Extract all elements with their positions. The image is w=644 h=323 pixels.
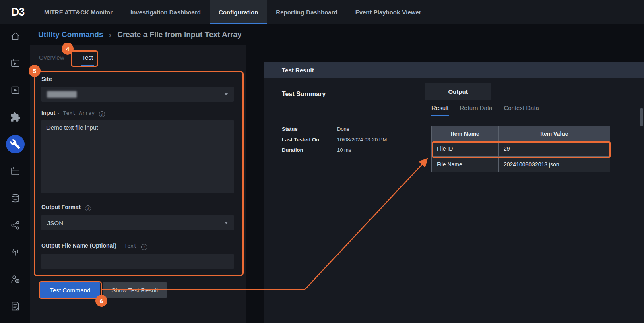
- icon-sidebar: [0, 24, 30, 323]
- calendar-icon: [10, 166, 21, 176]
- sidebar-item-event-playbooks[interactable]: [7, 55, 24, 72]
- summary-row-duration: Duration 10 ms: [282, 147, 387, 153]
- breadcrumb: Utility Commands › Create a File from in…: [30, 24, 644, 45]
- site-field-label: Site: [41, 76, 52, 82]
- wrench-icon: [10, 139, 21, 149]
- table-header-item-name: Item Name: [432, 126, 499, 141]
- summary-value: Done: [337, 126, 349, 132]
- summary-label: Last Tested On: [282, 137, 337, 143]
- summary-label: Status: [282, 126, 337, 132]
- test-result-title: Test Result: [282, 67, 314, 74]
- breadcrumb-separator: ›: [109, 30, 112, 39]
- output-file-name-type-hint: - Text: [118, 243, 137, 249]
- sidebar-item-playbook-viewer[interactable]: [7, 82, 24, 99]
- site-select[interactable]: [41, 87, 234, 102]
- input-field-label-text: Input: [41, 110, 55, 116]
- summary-value: 10/08/2024 03:20 PM: [337, 137, 387, 143]
- user-globe-icon: [10, 274, 21, 284]
- sidebar-item-geo-users[interactable]: [7, 271, 24, 288]
- info-icon[interactable]: [99, 111, 105, 117]
- subtab-return-data[interactable]: Return Data: [460, 104, 493, 116]
- output-subtabs: Result Return Data Context Data: [431, 104, 539, 116]
- home-icon: [10, 31, 21, 41]
- output-file-name-label-text: Output File Name (Optional): [41, 242, 116, 249]
- output-format-select[interactable]: JSON: [41, 215, 234, 230]
- test-summary-heading: Test Summary: [282, 91, 326, 98]
- table-row: 20241008032013.json: [499, 157, 610, 172]
- test-result-panel: Test Result Test Summary Status Done Las…: [264, 62, 644, 323]
- input-field-type-hint: - Text Array: [57, 110, 95, 116]
- share-nodes-icon: [10, 220, 21, 230]
- nav-item-reporting-dashboard[interactable]: Reporting Dashboard: [267, 0, 346, 24]
- file-name-link[interactable]: 20241008032013.json: [504, 161, 559, 168]
- test-summary-rows: Status Done Last Tested On 10/08/2024 03…: [282, 126, 387, 153]
- database-icon: [10, 193, 21, 203]
- sidebar-item-home[interactable]: [7, 28, 24, 45]
- test-command-button[interactable]: Test Command: [40, 282, 100, 298]
- sidebar-item-data-management[interactable]: [7, 190, 24, 207]
- sidebar-item-webhooks[interactable]: [7, 244, 24, 261]
- output-file-name-input[interactable]: [41, 254, 234, 269]
- site-value-redacted: [47, 91, 77, 98]
- tab-overview[interactable]: Overview: [38, 51, 65, 66]
- summary-value: 10 ms: [337, 147, 351, 153]
- summary-label: Duration: [282, 147, 337, 153]
- app-window: D3 MITRE ATT&CK Monitor Investigation Da…: [0, 0, 644, 323]
- sidebar-item-schedules[interactable]: [7, 163, 24, 180]
- table-cell-file-id-name: File ID: [432, 141, 499, 157]
- puzzle-icon: [10, 112, 21, 122]
- video-file-icon: [10, 85, 21, 95]
- input-textarea[interactable]: Demo text file input: [41, 120, 234, 193]
- calendar-play-icon: [10, 58, 21, 68]
- table-cell-file-id-value: 29: [499, 141, 610, 157]
- broadcast-icon: [10, 247, 21, 257]
- command-test-panel: Overview Test Site Input - Text Array De…: [30, 45, 246, 323]
- top-navigation: D3 MITRE ATT&CK Monitor Investigation Da…: [0, 0, 644, 24]
- chevron-down-icon: [224, 93, 228, 95]
- table-cell-file-name-name: File Name: [432, 157, 499, 172]
- show-test-result-button[interactable]: Show Test Result: [103, 282, 167, 298]
- output-file-name-label: Output File Name (Optional) - Text: [41, 242, 147, 250]
- nav-item-investigation-dashboard[interactable]: Investigation Dashboard: [122, 0, 210, 24]
- summary-row-status: Status Done: [282, 126, 387, 132]
- breadcrumb-utility-commands-link[interactable]: Utility Commands: [38, 30, 103, 39]
- nav-item-mitre-attck-monitor[interactable]: MITRE ATT&CK Monitor: [35, 0, 122, 24]
- info-icon[interactable]: [141, 244, 147, 250]
- d3-logo[interactable]: D3: [0, 0, 35, 24]
- input-field-label: Input - Text Array: [41, 110, 105, 117]
- subtab-result[interactable]: Result: [431, 104, 449, 116]
- nav-item-event-playbook-viewer[interactable]: Event Playbook Viewer: [347, 0, 430, 24]
- chevron-down-icon: [224, 222, 228, 224]
- test-result-header: Test Result: [264, 62, 644, 78]
- result-table: Item Name Item Value File ID 29 File Nam…: [431, 126, 610, 172]
- output-format-label-text: Output Format: [41, 204, 80, 210]
- sidebar-item-connections[interactable]: [7, 217, 24, 234]
- output-format-value: JSON: [47, 219, 63, 226]
- sidebar-item-integrations[interactable]: [7, 109, 24, 126]
- info-icon[interactable]: [85, 205, 91, 211]
- table-header-item-value: Item Value: [499, 126, 610, 141]
- tab-output[interactable]: Output: [425, 83, 491, 100]
- command-tabs: Overview Test: [38, 51, 94, 66]
- page-title: Create a File from input Text Array: [117, 30, 242, 39]
- tab-test[interactable]: Test: [81, 51, 94, 66]
- summary-row-last-tested: Last Tested On 10/08/2024 03:20 PM: [282, 137, 387, 143]
- subtab-context-data[interactable]: Context Data: [504, 104, 539, 116]
- output-format-label: Output Format: [41, 204, 91, 211]
- nav-item-configuration[interactable]: Configuration: [210, 0, 267, 24]
- sidebar-item-utility-commands[interactable]: [6, 135, 25, 153]
- vertical-scrollbar-thumb[interactable]: [640, 108, 643, 126]
- sidebar-item-reports[interactable]: [7, 298, 24, 315]
- document-pen-icon: [10, 301, 21, 311]
